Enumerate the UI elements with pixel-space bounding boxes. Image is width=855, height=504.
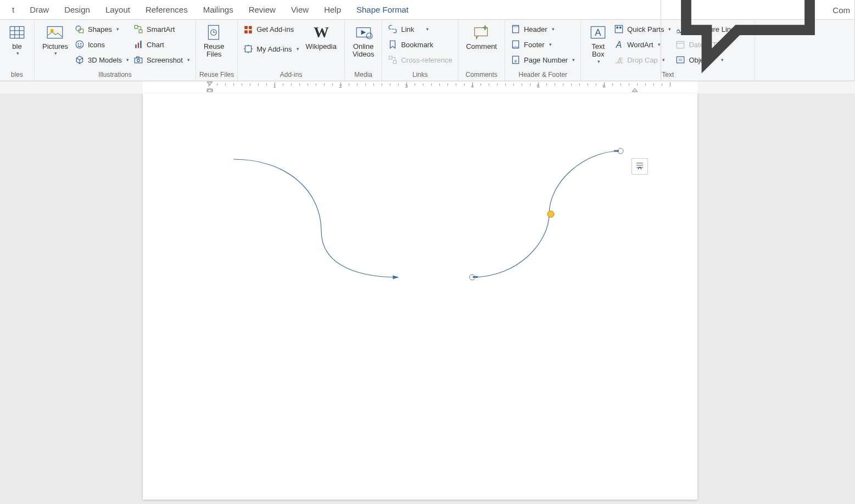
- 3d-models-button[interactable]: 3D Models▾: [72, 53, 131, 67]
- smartart-button[interactable]: SmartArt: [131, 22, 192, 36]
- chart-icon: [133, 40, 143, 49]
- svg-rect-31: [394, 60, 397, 64]
- svg-point-7: [76, 26, 81, 31]
- dropcap-icon: A: [614, 55, 624, 65]
- svg-rect-13: [139, 30, 142, 33]
- wordart-icon: A: [614, 40, 624, 49]
- first-line-indent-marker[interactable]: [206, 81, 213, 92]
- cross-reference-button[interactable]: Cross-reference: [385, 53, 454, 67]
- group-label-links: Links: [385, 70, 454, 80]
- layout-options-icon: [634, 160, 645, 173]
- horizontal-ruler[interactable]: 123456: [0, 81, 855, 93]
- reuse-files-button[interactable]: Reuse Files: [199, 22, 229, 60]
- chevron-down-icon: ▾: [549, 42, 552, 47]
- document-page[interactable]: [143, 93, 697, 500]
- curved-arrow-shape[interactable]: [233, 159, 409, 285]
- new-comment-icon: [472, 23, 491, 42]
- tab-design[interactable]: Design: [57, 1, 98, 19]
- chevron-down-icon: ▾: [552, 26, 555, 32]
- group-label-illustrations: Illustrations: [38, 70, 192, 80]
- store-icon: [243, 24, 253, 34]
- chevron-down-icon: ▾: [54, 51, 57, 56]
- svg-rect-12: [135, 25, 138, 29]
- svg-rect-23: [249, 26, 252, 29]
- comment-bubble-icon: [666, 0, 830, 93]
- table-button[interactable]: ble ▾: [3, 22, 31, 57]
- svg-text:A: A: [595, 27, 602, 38]
- group-label-addins: Add-ins: [241, 70, 341, 80]
- header-icon: [511, 24, 521, 34]
- my-addins-button[interactable]: My Add-ins▾: [241, 42, 301, 56]
- svg-point-10: [78, 43, 79, 44]
- page-number-icon: #: [511, 55, 521, 65]
- link-icon: [388, 24, 398, 34]
- layout-options-button[interactable]: [632, 158, 648, 175]
- ruler-number: 6: [602, 83, 605, 89]
- bookmark-icon: [388, 40, 398, 49]
- shape-adjustment-handle[interactable]: [547, 211, 554, 217]
- get-addins-button[interactable]: Get Add-ins: [241, 22, 301, 36]
- chevron-down-icon: ▾: [426, 26, 429, 32]
- online-videos-button[interactable]: Online Videos: [348, 22, 379, 60]
- screenshot-button[interactable]: Screenshot▾: [131, 53, 192, 67]
- tab-review[interactable]: Review: [241, 1, 283, 19]
- shape-endpoint-arrowbase: [473, 276, 478, 278]
- tab-shape-format[interactable]: Shape Format: [349, 1, 416, 19]
- svg-rect-16: [140, 41, 141, 48]
- svg-rect-0: [10, 26, 24, 38]
- svg-rect-34: [512, 25, 518, 27]
- svg-point-9: [76, 41, 83, 48]
- svg-rect-42: [617, 27, 618, 29]
- chevron-down-icon: ▾: [16, 51, 19, 56]
- link-button[interactable]: Link ▾: [385, 22, 454, 36]
- ruler-number: 5: [537, 83, 539, 89]
- svg-rect-14: [135, 44, 136, 48]
- footer-icon: [511, 40, 521, 49]
- comment-button[interactable]: Comment: [462, 22, 501, 52]
- text-box-button[interactable]: A Text Box▾: [584, 22, 612, 65]
- svg-point-29: [366, 33, 372, 39]
- header-button[interactable]: Header▾: [508, 22, 577, 36]
- addin-icon: [243, 44, 253, 54]
- svg-rect-17: [135, 58, 142, 63]
- group-label-reuse-files: Reuse Files: [199, 70, 234, 80]
- tab-layout[interactable]: Layout: [98, 1, 138, 19]
- chevron-down-icon: ▾: [187, 57, 190, 63]
- bookmark-button[interactable]: Bookmark: [385, 37, 454, 52]
- picture-icon: [46, 23, 64, 42]
- shapes-icon: [75, 24, 85, 34]
- wikipedia-button[interactable]: W Wikipedia: [301, 22, 341, 52]
- group-label-comments: Comments: [462, 70, 501, 80]
- chart-button[interactable]: Chart: [131, 37, 192, 52]
- quickparts-icon: [614, 24, 624, 34]
- pictures-button[interactable]: Pictures ▾: [38, 22, 72, 57]
- tab-help[interactable]: Help: [316, 1, 349, 19]
- icons-button[interactable]: Icons: [72, 37, 131, 52]
- table-icon: [8, 23, 26, 42]
- footer-button[interactable]: Footer▾: [508, 37, 577, 52]
- tab-draw[interactable]: Draw: [22, 1, 57, 19]
- svg-point-18: [137, 59, 140, 62]
- svg-text:A: A: [616, 40, 622, 49]
- page-number-button[interactable]: # Page Number▾: [508, 53, 577, 67]
- reuse-files-icon: [205, 23, 223, 42]
- right-indent-marker[interactable]: [632, 81, 638, 92]
- chevron-down-icon: ▾: [597, 59, 600, 64]
- wikipedia-icon: W: [312, 23, 331, 42]
- tab-references[interactable]: References: [138, 1, 195, 19]
- svg-rect-19: [137, 57, 139, 58]
- selected-curve-shape[interactable]: [470, 151, 629, 283]
- work-area: 123456: [0, 81, 855, 504]
- video-icon: [354, 23, 373, 42]
- tab-mailings[interactable]: Mailings: [195, 1, 241, 19]
- shapes-button[interactable]: Shapes▾: [72, 22, 131, 36]
- svg-rect-41: [615, 25, 623, 33]
- chevron-down-icon: ▾: [116, 26, 119, 32]
- ruler-number: 1: [273, 83, 276, 89]
- tab-insert[interactable]: t: [4, 1, 22, 19]
- tab-view[interactable]: View: [283, 1, 316, 19]
- svg-text:A: A: [617, 57, 622, 65]
- chevron-down-icon: ▾: [658, 42, 661, 47]
- group-label-media: Media: [348, 70, 379, 80]
- svg-text:#: #: [515, 59, 517, 64]
